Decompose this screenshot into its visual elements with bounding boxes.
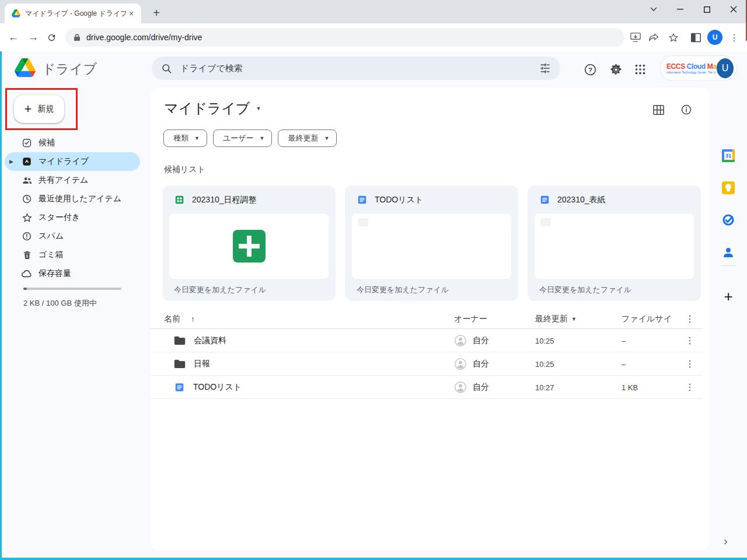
owner-avatar-icon bbox=[454, 334, 467, 347]
red-annotation-box bbox=[5, 88, 78, 130]
forward-icon[interactable]: → bbox=[25, 29, 41, 46]
sheets-file-icon bbox=[174, 194, 185, 205]
trash-icon bbox=[21, 249, 33, 261]
column-name[interactable]: 名前 bbox=[164, 314, 180, 324]
storage-progress-used bbox=[23, 288, 27, 290]
side-panel-icon[interactable] bbox=[689, 30, 703, 44]
owner-name: 自分 bbox=[473, 335, 489, 346]
sidebar-item-shared[interactable]: 共有アイテム bbox=[5, 171, 140, 190]
help-icon[interactable]: ? bbox=[582, 61, 598, 78]
window-minimize-button[interactable] bbox=[666, 0, 693, 19]
table-row[interactable]: 会議資料 自分 10:25 – ⋮ bbox=[151, 329, 703, 352]
google-tasks-icon[interactable] bbox=[721, 213, 735, 227]
reload-icon[interactable] bbox=[43, 29, 60, 46]
account-avatar[interactable]: U bbox=[717, 58, 734, 78]
drive-logo bbox=[15, 58, 36, 77]
grid-view-toggle-icon[interactable] bbox=[650, 102, 666, 118]
eccs-logo: ECCS Cloud Mail Information Technology C… bbox=[666, 62, 715, 74]
browser-profile-avatar[interactable]: U bbox=[707, 30, 722, 45]
suggested-card[interactable]: 202310_表紙 今日変更を加えたファイル bbox=[528, 186, 701, 301]
my-drive-icon bbox=[21, 156, 33, 167]
lock-icon bbox=[74, 33, 81, 41]
sort-descending-icon: ▼ bbox=[571, 316, 577, 322]
sidebar-item-spam[interactable]: スパム bbox=[5, 227, 140, 246]
sidebar-item-my-drive[interactable]: ▶ マイドライブ bbox=[5, 152, 140, 171]
browser-toolbar: ← → drive.google.com/drive/my-drive U ⋮ bbox=[0, 23, 747, 51]
tab-close-icon[interactable]: × bbox=[126, 8, 137, 19]
file-size: – bbox=[622, 359, 626, 368]
address-bar[interactable]: drive.google.com/drive/my-drive bbox=[65, 28, 624, 47]
install-icon[interactable] bbox=[629, 30, 643, 44]
row-menu-icon[interactable]: ⋮ bbox=[682, 356, 698, 372]
window-close-button[interactable] bbox=[720, 0, 747, 19]
file-table-header: 名前 ↑ オーナー 最終更新 ▼ ファイルサイ ⋮ bbox=[151, 309, 703, 329]
suggested-card[interactable]: 202310_日程調整 今日変更を加えたファイル bbox=[162, 186, 336, 301]
back-icon[interactable]: ← bbox=[5, 29, 22, 46]
show-side-panel-icon[interactable]: › bbox=[724, 534, 728, 548]
tab-search-icon[interactable] bbox=[642, 0, 665, 19]
table-options-icon[interactable]: ⋮ bbox=[682, 311, 698, 327]
people-icon bbox=[21, 174, 33, 186]
google-contacts-icon[interactable] bbox=[721, 246, 735, 260]
bookmark-star-icon[interactable] bbox=[666, 30, 680, 44]
browser-menu-icon[interactable]: ⋮ bbox=[727, 30, 741, 44]
settings-gear-icon[interactable] bbox=[608, 61, 624, 78]
sidebar-item-starred[interactable]: スター付き bbox=[5, 208, 140, 227]
docs-file-icon bbox=[539, 194, 550, 205]
page-title[interactable]: マイドライブ ▼ bbox=[164, 99, 261, 118]
sidebar-item-trash[interactable]: ゴミ箱 bbox=[5, 246, 140, 264]
owner-avatar-icon bbox=[454, 358, 467, 370]
suggested-heading: 候補リスト bbox=[164, 164, 205, 175]
app-name: ドライブ bbox=[42, 60, 97, 78]
drive-favicon bbox=[12, 9, 20, 18]
expand-arrow-icon[interactable]: ▶ bbox=[9, 159, 13, 164]
share-icon[interactable] bbox=[647, 30, 661, 44]
file-name: 日報 bbox=[194, 359, 210, 369]
browser-tab[interactable]: マイドライブ - Google ドライブ × bbox=[5, 4, 141, 23]
svg-text:?: ? bbox=[588, 66, 592, 73]
column-modified[interactable]: 最終更新 bbox=[535, 314, 568, 324]
owner-name: 自分 bbox=[473, 382, 489, 393]
owner-avatar-icon bbox=[454, 381, 467, 394]
modified-time: 10:27 bbox=[535, 383, 554, 391]
window-maximize-button[interactable] bbox=[693, 0, 720, 19]
suggested-card[interactable]: TODOリスト 今日変更を加えたファイル bbox=[345, 186, 518, 301]
search-bar[interactable]: ドライブで検索 bbox=[152, 57, 560, 80]
sidebar-item-storage[interactable]: 保存容量 bbox=[5, 264, 140, 283]
google-calendar-icon[interactable]: 31 bbox=[721, 149, 735, 163]
apps-grid-icon[interactable] bbox=[632, 61, 648, 78]
info-icon[interactable] bbox=[678, 102, 694, 118]
clock-icon bbox=[21, 193, 33, 205]
modified-time: 10:25 bbox=[535, 336, 554, 345]
sort-ascending-icon[interactable]: ↑ bbox=[191, 314, 195, 324]
filter-chip-type[interactable]: 種類▼ bbox=[163, 130, 207, 147]
sidebar-item-suggested[interactable]: 候補 bbox=[5, 134, 140, 152]
sidebar-item-recent[interactable]: 最近使用したアイテム bbox=[5, 190, 140, 208]
file-preview bbox=[535, 214, 694, 279]
search-options-icon[interactable] bbox=[539, 62, 551, 74]
row-menu-icon[interactable]: ⋮ bbox=[682, 332, 698, 349]
storage-progress-bar bbox=[23, 288, 121, 290]
screen-share-border-bottom bbox=[0, 558, 747, 560]
spam-icon bbox=[21, 230, 33, 242]
account-badge[interactable]: ECCS Cloud Mail Information Technology C… bbox=[660, 55, 737, 81]
file-size: 1 KB bbox=[622, 383, 638, 391]
folder-icon bbox=[174, 335, 186, 345]
column-owner[interactable]: オーナー bbox=[454, 314, 487, 324]
sidebar-nav: 候補 ▶ マイドライブ 共有アイテム 最近使用したアイテム スター付き bbox=[5, 134, 140, 283]
filter-chip-people[interactable]: ユーザー▼ bbox=[213, 130, 273, 147]
table-row[interactable]: TODOリスト 自分 10:27 1 KB ⋮ bbox=[151, 376, 703, 399]
google-keep-icon[interactable] bbox=[721, 181, 735, 195]
row-menu-icon[interactable]: ⋮ bbox=[682, 379, 698, 396]
column-size[interactable]: ファイルサイ bbox=[622, 314, 672, 324]
get-add-ons-icon[interactable]: + bbox=[724, 288, 732, 306]
filter-chip-modified[interactable]: 最終更新▼ bbox=[278, 130, 337, 147]
table-row[interactable]: 日報 自分 10:25 – ⋮ bbox=[151, 352, 703, 376]
cloud-icon bbox=[21, 268, 33, 279]
new-tab-button[interactable]: + bbox=[148, 5, 165, 21]
docs-file-icon bbox=[357, 194, 368, 205]
browser-titlebar: マイドライブ - Google ドライブ × + bbox=[0, 0, 747, 23]
star-icon bbox=[21, 212, 33, 223]
main-content: マイドライブ ▼ 種類▼ ユーザー▼ 最終更新▼ 候補リスト bbox=[151, 88, 710, 551]
chevron-down-icon: ▼ bbox=[260, 135, 265, 141]
